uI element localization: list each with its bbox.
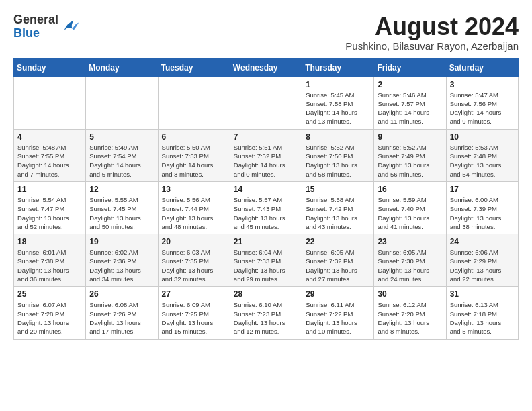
- day-number: 6: [162, 132, 226, 142]
- day-number: 7: [234, 132, 298, 142]
- calendar-header-row: SundayMondayTuesdayWednesdayThursdayFrid…: [14, 58, 519, 77]
- day-info: Sunrise: 6:06 AM Sunset: 7:29 PM Dayligh…: [450, 248, 515, 283]
- day-info: Sunrise: 6:03 AM Sunset: 7:35 PM Dayligh…: [162, 248, 226, 283]
- day-info: Sunrise: 5:50 AM Sunset: 7:53 PM Dayligh…: [162, 143, 226, 179]
- day-info: Sunrise: 6:04 AM Sunset: 7:33 PM Dayligh…: [234, 248, 298, 283]
- day-number: 8: [306, 132, 370, 142]
- day-number: 20: [162, 237, 226, 246]
- day-info: Sunrise: 5:59 AM Sunset: 7:40 PM Dayligh…: [378, 195, 442, 231]
- column-header-sunday: Sunday: [14, 58, 86, 77]
- day-number: 29: [306, 289, 370, 299]
- title-section: August 2024 Pushkino, Bilasuvar Rayon, A…: [345, 13, 519, 52]
- day-number: 3: [450, 80, 515, 89]
- calendar-cell: 30Sunrise: 6:12 AM Sunset: 7:20 PM Dayli…: [374, 287, 446, 339]
- day-number: 24: [450, 237, 515, 246]
- day-number: 18: [17, 237, 82, 246]
- calendar-week-row: 4Sunrise: 5:48 AM Sunset: 7:55 PM Daylig…: [14, 129, 519, 181]
- day-number: 28: [234, 289, 298, 299]
- day-info: Sunrise: 6:00 AM Sunset: 7:39 PM Dayligh…: [450, 195, 515, 231]
- location-subtitle: Pushkino, Bilasuvar Rayon, Azerbaijan: [345, 40, 519, 52]
- calendar-cell: 10Sunrise: 5:53 AM Sunset: 7:48 PM Dayli…: [446, 129, 518, 181]
- header: General Blue August 2024 Pushkino, Bilas…: [13, 13, 519, 52]
- calendar-week-row: 25Sunrise: 6:07 AM Sunset: 7:28 PM Dayli…: [14, 287, 519, 339]
- day-info: Sunrise: 5:46 AM Sunset: 7:57 PM Dayligh…: [378, 91, 442, 126]
- calendar-cell: 3Sunrise: 5:47 AM Sunset: 7:56 PM Daylig…: [446, 77, 518, 129]
- day-info: Sunrise: 5:52 AM Sunset: 7:49 PM Dayligh…: [378, 143, 442, 179]
- calendar-cell: 23Sunrise: 6:05 AM Sunset: 7:30 PM Dayli…: [374, 234, 446, 287]
- day-number: 4: [17, 132, 82, 142]
- calendar-cell: [230, 77, 302, 129]
- day-number: 30: [378, 289, 442, 299]
- calendar-week-row: 18Sunrise: 6:01 AM Sunset: 7:38 PM Dayli…: [14, 234, 519, 287]
- calendar-week-row: 11Sunrise: 5:54 AM Sunset: 7:47 PM Dayli…: [14, 181, 519, 234]
- logo: General Blue: [13, 13, 80, 40]
- day-info: Sunrise: 6:07 AM Sunset: 7:28 PM Dayligh…: [17, 300, 82, 336]
- calendar-cell: 4Sunrise: 5:48 AM Sunset: 7:55 PM Daylig…: [14, 129, 86, 181]
- calendar-cell: 1Sunrise: 5:45 AM Sunset: 7:58 PM Daylig…: [302, 77, 374, 129]
- calendar-cell: [14, 77, 86, 129]
- day-number: 23: [378, 237, 442, 246]
- calendar-cell: 24Sunrise: 6:06 AM Sunset: 7:29 PM Dayli…: [446, 234, 518, 287]
- day-number: 17: [450, 185, 515, 194]
- day-number: 9: [378, 132, 442, 142]
- column-header-thursday: Thursday: [302, 58, 374, 77]
- day-info: Sunrise: 6:05 AM Sunset: 7:30 PM Dayligh…: [378, 248, 442, 283]
- calendar-cell: 19Sunrise: 6:02 AM Sunset: 7:36 PM Dayli…: [86, 234, 158, 287]
- day-number: 26: [89, 289, 154, 299]
- day-info: Sunrise: 5:56 AM Sunset: 7:44 PM Dayligh…: [162, 195, 226, 231]
- calendar-cell: 16Sunrise: 5:59 AM Sunset: 7:40 PM Dayli…: [374, 181, 446, 234]
- calendar-cell: 5Sunrise: 5:49 AM Sunset: 7:54 PM Daylig…: [86, 129, 158, 181]
- day-number: 19: [89, 237, 154, 246]
- day-info: Sunrise: 5:55 AM Sunset: 7:45 PM Dayligh…: [89, 195, 154, 231]
- calendar-cell: 18Sunrise: 6:01 AM Sunset: 7:38 PM Dayli…: [14, 234, 86, 287]
- day-number: 13: [162, 185, 226, 194]
- logo-general: General: [13, 13, 58, 26]
- day-number: 11: [17, 185, 82, 194]
- logo-blue: Blue: [13, 26, 40, 40]
- calendar-cell: [158, 77, 230, 129]
- calendar-cell: 20Sunrise: 6:03 AM Sunset: 7:35 PM Dayli…: [158, 234, 230, 287]
- column-header-wednesday: Wednesday: [230, 58, 302, 77]
- day-info: Sunrise: 5:54 AM Sunset: 7:47 PM Dayligh…: [17, 195, 82, 231]
- column-header-friday: Friday: [374, 58, 446, 77]
- calendar-cell: 15Sunrise: 5:58 AM Sunset: 7:42 PM Dayli…: [302, 181, 374, 234]
- column-header-monday: Monday: [86, 58, 158, 77]
- month-year-title: August 2024: [345, 13, 519, 40]
- calendar-cell: 21Sunrise: 6:04 AM Sunset: 7:33 PM Dayli…: [230, 234, 302, 287]
- day-info: Sunrise: 6:12 AM Sunset: 7:20 PM Dayligh…: [378, 300, 442, 336]
- column-header-saturday: Saturday: [446, 58, 518, 77]
- calendar-cell: 22Sunrise: 6:05 AM Sunset: 7:32 PM Dayli…: [302, 234, 374, 287]
- day-number: 16: [378, 185, 442, 194]
- calendar-table: SundayMondayTuesdayWednesdayThursdayFrid…: [13, 58, 519, 340]
- calendar-cell: 29Sunrise: 6:11 AM Sunset: 7:22 PM Dayli…: [302, 287, 374, 339]
- logo-bird-icon: [61, 17, 80, 36]
- day-info: Sunrise: 6:01 AM Sunset: 7:38 PM Dayligh…: [17, 248, 82, 283]
- calendar-cell: 2Sunrise: 5:46 AM Sunset: 7:57 PM Daylig…: [374, 77, 446, 129]
- day-number: 27: [162, 289, 226, 299]
- calendar-cell: 9Sunrise: 5:52 AM Sunset: 7:49 PM Daylig…: [374, 129, 446, 181]
- day-number: 12: [89, 185, 154, 194]
- day-number: 15: [306, 185, 370, 194]
- calendar-cell: 26Sunrise: 6:08 AM Sunset: 7:26 PM Dayli…: [86, 287, 158, 339]
- calendar-cell: 17Sunrise: 6:00 AM Sunset: 7:39 PM Dayli…: [446, 181, 518, 234]
- calendar-cell: [86, 77, 158, 129]
- calendar-cell: 27Sunrise: 6:09 AM Sunset: 7:25 PM Dayli…: [158, 287, 230, 339]
- column-header-tuesday: Tuesday: [158, 58, 230, 77]
- calendar-cell: 28Sunrise: 6:10 AM Sunset: 7:23 PM Dayli…: [230, 287, 302, 339]
- calendar-cell: 6Sunrise: 5:50 AM Sunset: 7:53 PM Daylig…: [158, 129, 230, 181]
- day-number: 31: [450, 289, 515, 299]
- day-info: Sunrise: 5:45 AM Sunset: 7:58 PM Dayligh…: [306, 91, 370, 126]
- calendar-cell: 14Sunrise: 5:57 AM Sunset: 7:43 PM Dayli…: [230, 181, 302, 234]
- day-number: 10: [450, 132, 515, 142]
- day-info: Sunrise: 6:02 AM Sunset: 7:36 PM Dayligh…: [89, 248, 154, 283]
- day-info: Sunrise: 5:47 AM Sunset: 7:56 PM Dayligh…: [450, 91, 515, 126]
- day-info: Sunrise: 6:09 AM Sunset: 7:25 PM Dayligh…: [162, 300, 226, 336]
- day-number: 21: [234, 237, 298, 246]
- day-info: Sunrise: 5:48 AM Sunset: 7:55 PM Dayligh…: [17, 143, 82, 179]
- calendar-week-row: 1Sunrise: 5:45 AM Sunset: 7:58 PM Daylig…: [14, 77, 519, 129]
- day-info: Sunrise: 6:11 AM Sunset: 7:22 PM Dayligh…: [306, 300, 370, 336]
- day-info: Sunrise: 5:53 AM Sunset: 7:48 PM Dayligh…: [450, 143, 515, 179]
- day-number: 14: [234, 185, 298, 194]
- day-info: Sunrise: 5:58 AM Sunset: 7:42 PM Dayligh…: [306, 195, 370, 231]
- day-info: Sunrise: 6:13 AM Sunset: 7:18 PM Dayligh…: [450, 300, 515, 336]
